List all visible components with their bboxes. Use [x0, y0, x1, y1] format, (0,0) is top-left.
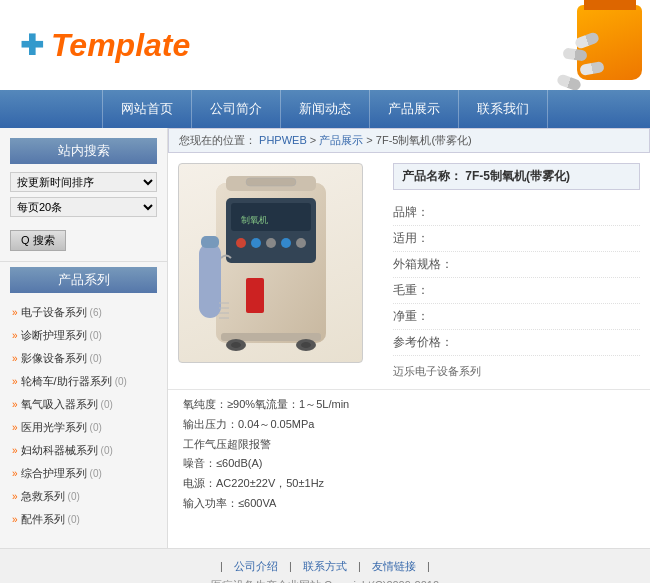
svg-point-19 [301, 342, 311, 348]
arrow-icon: » [12, 514, 18, 525]
category-title: 产品系列 [10, 267, 157, 293]
product-name-bar: 产品名称： 7F-5制氧机(带雾化) [393, 163, 640, 190]
brand-row: 品牌： [393, 200, 640, 226]
size-row: 外箱规格： [393, 252, 640, 278]
svg-point-9 [266, 238, 276, 248]
arrow-icon: » [12, 422, 18, 433]
main-content: 站内搜索 按更新时间排序 每页20条 Q 搜索 产品系列 » 电子设备系列(6)… [0, 128, 650, 548]
cat-item-9[interactable]: » 配件系列(0) [10, 508, 157, 531]
cat-item-1[interactable]: » 诊断护理系列(0) [10, 324, 157, 347]
footer-link-contact[interactable]: 联系方式 [303, 560, 347, 572]
product-image-container: 制氧机 [178, 163, 378, 379]
product-info: 产品名称： 7F-5制氧机(带雾化) 品牌： 适用： 外箱规格： 毛重： 净重： [393, 163, 640, 379]
nav-products[interactable]: 产品展示 [370, 90, 459, 128]
header-decoration [450, 0, 650, 90]
cat-item-4[interactable]: » 氧气吸入器系列(0) [10, 393, 157, 416]
svg-point-7 [236, 238, 246, 248]
search-section-title: 站内搜索 [10, 138, 157, 164]
svg-rect-12 [199, 243, 221, 318]
page-size-select[interactable]: 每页20条 [10, 197, 157, 217]
cat-item-8[interactable]: » 急救系列(0) [10, 485, 157, 508]
cat-item-0[interactable]: » 电子设备系列(6) [10, 301, 157, 324]
use-row: 适用： [393, 226, 640, 252]
arrow-icon: » [12, 353, 18, 364]
arrow-icon: » [12, 376, 18, 387]
footer: | 公司介绍 | 联系方式 | 友情链接 | 医疗设备生产企业网站 Copyri… [0, 548, 650, 583]
product-name-label: 产品名称： [402, 169, 462, 183]
breadcrumb-products[interactable]: 产品展示 [319, 134, 363, 146]
sidebar-search-section: 站内搜索 按更新时间排序 每页20条 Q 搜索 [0, 128, 167, 262]
category-section: 产品系列 » 电子设备系列(6) » 诊断护理系列(0) » 影像设备系列(0)… [0, 262, 167, 536]
svg-rect-3 [246, 178, 296, 186]
svg-point-10 [281, 238, 291, 248]
net-weight-label: 净重： [393, 308, 453, 325]
svg-rect-13 [201, 236, 219, 248]
arrow-icon: » [12, 445, 18, 456]
svg-text:制氧机: 制氧机 [241, 215, 268, 225]
cat-item-3[interactable]: » 轮椅车/助行器系列(0) [10, 370, 157, 393]
brand-label: 品牌： [393, 204, 453, 221]
arrow-icon: » [12, 307, 18, 318]
arrow-icon: » [12, 330, 18, 341]
footer-link-about[interactable]: 公司介绍 [234, 560, 278, 572]
nav-contact[interactable]: 联系我们 [459, 90, 548, 128]
arrow-icon: » [12, 468, 18, 479]
nav-about[interactable]: 公司简介 [192, 90, 281, 128]
product-name-value: 7F-5制氧机(带雾化) [465, 169, 570, 183]
nav-home[interactable]: 网站首页 [102, 90, 192, 128]
sort-select[interactable]: 按更新时间排序 [10, 172, 157, 192]
cat-item-6[interactable]: » 妇幼科器械系列(0) [10, 439, 157, 462]
gross-weight-row: 毛重： [393, 278, 640, 304]
logo: ✚ Template [20, 27, 190, 64]
cat-item-2[interactable]: » 影像设备系列(0) [10, 347, 157, 370]
footer-copyright: 医疗设备生产企业网站 Copyright(C)2009-2010 [0, 578, 650, 583]
footer-links: | 公司介绍 | 联系方式 | 友情链接 | [0, 559, 650, 574]
gross-weight-label: 毛重： [393, 282, 453, 299]
svg-point-18 [231, 342, 241, 348]
svg-point-8 [251, 238, 261, 248]
breadcrumb-current: 7F-5制氧机(带雾化) [376, 134, 472, 146]
product-section: 制氧机 [168, 153, 650, 389]
footer-link-friends[interactable]: 友情链接 [372, 560, 416, 572]
product-description: 氧纯度：≥90%氧流量：1～5L/min 输出压力：0.04～0.05MPa 工… [168, 389, 650, 524]
category-note: 迈乐电子设备系列 [393, 364, 640, 379]
breadcrumb-phpweb[interactable]: PHPWEB [259, 134, 307, 146]
product-svg: 制氧机 [191, 168, 351, 358]
nav-news[interactable]: 新闻动态 [281, 90, 370, 128]
search-button[interactable]: Q 搜索 [10, 230, 66, 251]
price-row: 参考价格： [393, 330, 640, 356]
net-weight-row: 净重： [393, 304, 640, 330]
main-nav: 网站首页 公司简介 新闻动态 产品展示 联系我们 [0, 90, 650, 128]
svg-rect-14 [246, 278, 264, 313]
content-area: 您现在的位置： PHPWEB > 产品展示 > 7F-5制氧机(带雾化) [168, 128, 650, 548]
sidebar: 站内搜索 按更新时间排序 每页20条 Q 搜索 产品系列 » 电子设备系列(6)… [0, 128, 168, 548]
site-title: Template [51, 27, 190, 64]
cat-item-7[interactable]: » 综合护理系列(0) [10, 462, 157, 485]
cat-item-5[interactable]: » 医用光学系列(0) [10, 416, 157, 439]
arrow-icon: » [12, 491, 18, 502]
svg-point-11 [296, 238, 306, 248]
use-label: 适用： [393, 230, 453, 247]
price-label: 参考价格： [393, 334, 453, 351]
plus-icon: ✚ [20, 29, 43, 62]
product-image: 制氧机 [178, 163, 363, 363]
arrow-icon: » [12, 399, 18, 410]
header: ✚ Template [0, 0, 650, 90]
size-label: 外箱规格： [393, 256, 453, 273]
search-icon: Q [21, 234, 30, 246]
breadcrumb: 您现在的位置： PHPWEB > 产品展示 > 7F-5制氧机(带雾化) [168, 128, 650, 153]
